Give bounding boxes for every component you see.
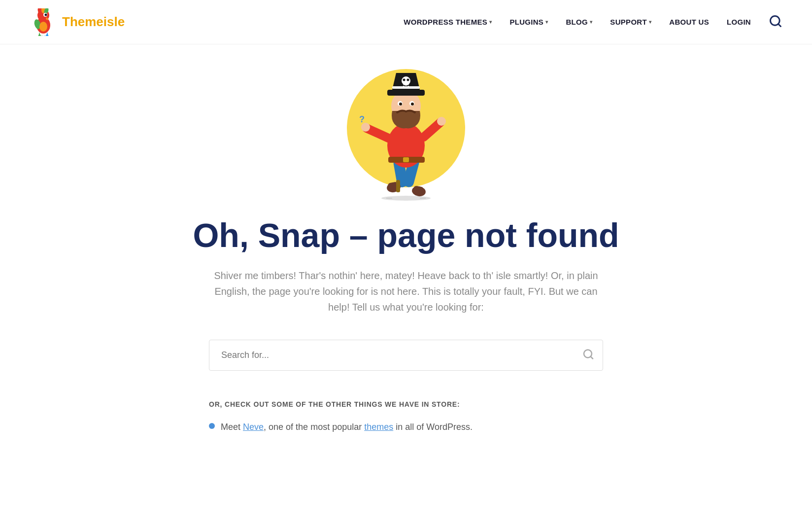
svg-point-37 [403,79,406,81]
svg-line-26 [424,122,440,137]
svg-point-32 [399,103,402,106]
bullet-text-middle: , one of the most popular [264,422,364,432]
svg-rect-41 [392,86,420,89]
bullet-text: Meet Neve, one of the most popular theme… [221,420,473,434]
logo-parrot-icon [30,8,57,36]
nav-item-support[interactable]: SUPPORT ▾ [610,18,651,26]
more-info-section: OR, CHECK OUT SOME OF THE OTHER THINGS W… [209,400,603,434]
svg-text:?: ? [359,114,365,124]
svg-rect-34 [387,90,425,96]
search-button[interactable] [769,14,782,30]
search-icon [769,14,782,28]
main-content: ? [0,44,812,464]
nav-item-plugins[interactable]: PLUGINS ▾ [509,18,548,26]
error-description: Shiver me timbers! Thar's nothin' here, … [209,268,603,315]
svg-point-27 [437,117,446,126]
svg-line-23 [367,128,388,138]
nav-item-login[interactable]: LOGIN [727,18,751,26]
svg-point-8 [39,22,47,32]
nav-item-wordpress-themes[interactable]: WORDPRESS THEMES ▾ [404,18,492,26]
main-nav: WORDPRESS THEMES ▾ PLUGINS ▾ BLOG ▾ SUPP… [404,14,782,30]
error-heading: Oh, Snap – page not found [193,217,619,254]
neve-link[interactable]: Neve [243,422,264,432]
pirate-figure-icon: ? [357,69,455,202]
bullet-item-neve: Meet Neve, one of the most popular theme… [209,420,603,434]
logo-link[interactable]: Themeisle [30,8,125,36]
pirate-illustration: ? [327,64,485,202]
search-container [209,340,603,371]
search-input[interactable] [209,340,603,371]
chevron-down-icon: ▾ [489,19,492,25]
themes-link[interactable]: themes [364,422,393,432]
chevron-down-icon: ▾ [545,19,548,25]
bullet-text-before: Meet [221,422,243,432]
svg-line-44 [591,356,593,358]
svg-rect-42 [396,180,400,192]
bullet-text-after: in all of WordPress. [393,422,473,432]
svg-point-33 [411,103,414,106]
svg-rect-22 [403,157,409,162]
search-submit-button[interactable] [582,349,594,362]
logo-text: Themeisle [62,14,125,30]
search-icon [582,349,594,360]
chevron-down-icon: ▾ [590,19,592,25]
more-info-label: OR, CHECK OUT SOME OF THE OTHER THINGS W… [209,400,603,408]
nav-item-blog[interactable]: BLOG ▾ [566,18,592,26]
svg-point-38 [407,79,409,81]
bullet-dot-icon [209,423,215,429]
site-header: Themeisle WORDPRESS THEMES ▾ PLUGINS ▾ B… [0,0,812,44]
nav-item-about-us[interactable]: ABOUT US [669,18,709,26]
svg-point-6 [45,13,47,16]
svg-line-10 [778,24,780,26]
chevron-down-icon: ▾ [649,19,651,25]
